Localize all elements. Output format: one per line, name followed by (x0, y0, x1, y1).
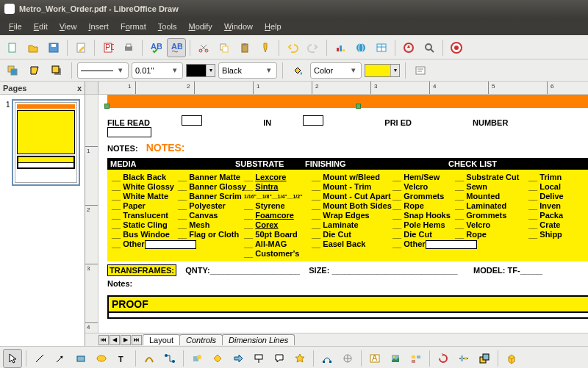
tab-nav-last[interactable]: ⏭ (132, 335, 142, 345)
tab-controls[interactable]: Controls (179, 334, 223, 345)
horizontal-ruler[interactable]: 1 2 1 2 3 4 5 6 (85, 82, 588, 95)
fill-color-swatch[interactable]: ▾ (365, 64, 400, 77)
gluepoints-tool[interactable] (338, 349, 357, 368)
svg-rect-60 (461, 356, 463, 361)
extrusion-tool[interactable] (502, 349, 521, 368)
fill-type-combo[interactable]: Color▾ (310, 62, 362, 79)
open-button[interactable] (24, 38, 43, 57)
arrange-tool[interactable] (475, 349, 494, 368)
line-tool[interactable] (30, 349, 49, 368)
paste-button[interactable] (235, 38, 254, 57)
spellcheck-button[interactable]: ABC (146, 38, 165, 57)
pages-thumbnails[interactable]: 1 (0, 95, 85, 346)
format-paintbrush-button[interactable] (256, 38, 275, 57)
menu-view[interactable]: View (54, 20, 83, 33)
area-button[interactable] (25, 61, 44, 80)
menu-edit[interactable]: Edit (28, 20, 54, 33)
export-pdf-button[interactable]: PDF (98, 38, 118, 57)
symbol-shapes-tool[interactable] (208, 349, 227, 368)
menu-window[interactable]: Window (218, 20, 259, 33)
tab-nav-first[interactable]: ⏮ (98, 335, 109, 345)
basic-shapes-tool[interactable] (187, 349, 207, 368)
menu-help[interactable]: Help (259, 20, 287, 33)
page-thumbnail-1[interactable] (12, 99, 80, 186)
menu-insert[interactable]: Insert (82, 20, 115, 33)
fontwork-tool[interactable]: A (365, 349, 384, 368)
svg-text:T: T (118, 355, 123, 364)
vertical-ruler[interactable]: 1 2 3 4 (85, 95, 98, 333)
svg-point-39 (97, 356, 106, 361)
cut-button[interactable] (194, 38, 213, 57)
fill-bucket-icon[interactable] (288, 61, 307, 80)
svg-rect-63 (483, 354, 489, 360)
help-button[interactable] (447, 38, 466, 57)
block-arrows-tool[interactable] (229, 349, 248, 368)
navigator-button[interactable] (399, 38, 418, 57)
flowchart-tool[interactable] (249, 349, 268, 368)
proof-box: PROOF (107, 295, 588, 319)
window-title: Metro_Work_Order.pdf - LibreOffice Draw (19, 4, 179, 13)
svg-rect-16 (337, 48, 339, 51)
svg-rect-48 (329, 361, 331, 363)
hyperlink-button[interactable] (351, 38, 370, 57)
menu-file[interactable]: File (3, 20, 28, 33)
connector-tool[interactable] (160, 349, 179, 368)
redo-button[interactable] (304, 38, 323, 57)
shadow-button[interactable] (47, 61, 66, 80)
undo-button[interactable] (283, 38, 302, 57)
line-fill-toolbar: ▾ 0.01"▾ ▾ Black▾ Color▾ ▾ (0, 59, 588, 82)
menu-tools[interactable]: Tools (152, 20, 183, 33)
svg-point-44 (197, 355, 201, 359)
svg-point-55 (393, 356, 395, 358)
tab-layout[interactable]: Layout (143, 334, 180, 345)
print-button[interactable] (119, 38, 138, 57)
line-color-combo[interactable]: Black▾ (218, 62, 277, 79)
table-button[interactable] (372, 38, 391, 57)
document-page: FILE READ IN PRI ED NUMBER NOTES: NOTES:… (98, 95, 588, 319)
window-titlebar: Metro_Work_Order.pdf - LibreOffice Draw (0, 0, 588, 18)
tab-dimension-lines[interactable]: Dimension Lines (222, 334, 295, 345)
stars-tool[interactable] (290, 349, 309, 368)
rotate-tool[interactable] (434, 349, 453, 368)
autospell-button[interactable]: ABC (167, 38, 186, 57)
menu-modify[interactable]: Modify (182, 20, 218, 33)
arrow-tool[interactable] (51, 349, 70, 368)
app-icon (4, 4, 15, 14)
points-tool[interactable] (318, 349, 337, 368)
tab-nav-next[interactable]: ▶ (121, 335, 131, 345)
zoom-button[interactable] (420, 38, 439, 57)
svg-line-37 (57, 356, 62, 362)
curve-tool[interactable] (140, 349, 159, 368)
callouts-tool[interactable] (270, 349, 289, 368)
save-button[interactable] (44, 38, 63, 57)
svg-rect-30 (11, 69, 17, 75)
svg-rect-38 (77, 356, 85, 361)
menu-format[interactable]: Format (115, 20, 152, 33)
svg-rect-45 (255, 355, 262, 359)
edit-file-button[interactable] (71, 38, 90, 57)
svg-rect-57 (417, 356, 420, 358)
pages-panel: Pages x 1 (0, 82, 85, 346)
arrange-button[interactable] (3, 61, 22, 80)
drawing-canvas[interactable]: FILE READ IN PRI ED NUMBER NOTES: NOTES:… (98, 95, 588, 333)
from-file-tool[interactable] (386, 349, 405, 368)
new-button[interactable] (3, 38, 22, 57)
ellipse-tool[interactable] (92, 349, 111, 368)
orange-header-bar (107, 95, 588, 108)
line-style-combo[interactable]: ▾ (77, 62, 129, 79)
line-width-combo[interactable]: 0.01"▾ (132, 62, 183, 79)
tab-nav-prev[interactable]: ◀ (110, 335, 120, 345)
select-tool[interactable] (3, 349, 22, 368)
text-tool[interactable]: T (112, 349, 132, 368)
chart-button[interactable] (331, 38, 350, 57)
pages-panel-header: Pages x (0, 82, 85, 95)
styles-button[interactable] (411, 61, 430, 80)
close-icon[interactable]: x (77, 84, 82, 93)
svg-rect-0 (9, 43, 15, 52)
gallery-tool[interactable] (406, 349, 426, 368)
rectangle-tool[interactable] (71, 349, 90, 368)
copy-button[interactable] (215, 38, 234, 57)
line-color-swatch[interactable]: ▾ (186, 64, 215, 77)
align-tool[interactable] (454, 349, 473, 368)
notes-row: NOTES: NOTES: (107, 142, 588, 154)
